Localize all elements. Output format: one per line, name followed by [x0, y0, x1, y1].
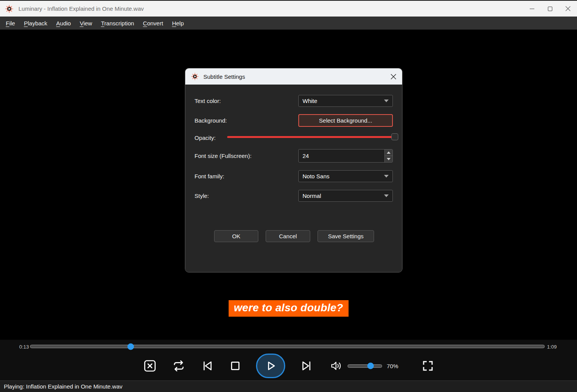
select-background-button[interactable]: Select Background... [298, 114, 393, 127]
opacity-label: Opacity: [195, 134, 216, 142]
menu-playback[interactable]: Playback [24, 20, 47, 27]
dialog-app-icon [191, 73, 199, 80]
ok-button[interactable]: OK [214, 230, 258, 242]
transport-controls: 70% [0, 354, 577, 378]
window-title: Luminary - Inflation Explained in One Mi… [18, 5, 144, 12]
menu-file[interactable]: File [6, 20, 15, 27]
dialog-title-bar: Subtitle Settings [185, 68, 402, 85]
window-controls [523, 1, 577, 17]
cancel-button[interactable]: Cancel [266, 230, 310, 242]
next-track-button[interactable] [299, 359, 313, 373]
style-dropdown[interactable]: Normal [298, 190, 393, 202]
fullscreen-button[interactable] [422, 360, 434, 372]
font-size-value: 24 [299, 149, 384, 162]
subtitle-overlay: were to also double? [228, 300, 348, 317]
status-bar: Playing: Inflation Explained in One Minu… [0, 380, 577, 392]
close-button[interactable] [559, 1, 577, 17]
chevron-down-icon [384, 194, 389, 197]
seek-bar[interactable] [30, 345, 545, 348]
volume-handle[interactable] [367, 363, 374, 369]
current-time: 0:13 [19, 344, 29, 350]
opacity-slider-handle[interactable] [391, 133, 398, 140]
maximize-button[interactable] [541, 1, 559, 17]
save-settings-button[interactable]: Save Settings [318, 230, 374, 242]
stop-button[interactable] [229, 359, 242, 372]
repeat-icon[interactable] [171, 359, 186, 373]
volume-percent: 70% [387, 363, 398, 369]
menu-audio[interactable]: Audio [56, 20, 71, 27]
subtitle-settings-dialog: Subtitle Settings Text color: White Back… [185, 68, 402, 272]
menu-help[interactable]: Help [172, 20, 184, 27]
spinner-up-icon [387, 151, 391, 154]
spinner-down-button[interactable] [385, 156, 392, 162]
spinner-up-button[interactable] [385, 149, 392, 156]
font-family-dropdown[interactable]: Noto Sans [298, 170, 393, 182]
font-family-value: Noto Sans [303, 173, 329, 179]
dialog-close-icon[interactable] [384, 68, 402, 85]
menu-bar: File Playback Audio View Transcription C… [0, 17, 577, 30]
play-button[interactable] [256, 354, 285, 378]
minimize-button[interactable] [523, 1, 541, 17]
text-color-value: White [303, 98, 317, 104]
font-family-label: Font family: [195, 173, 224, 180]
dialog-title: Subtitle Settings [203, 73, 245, 80]
speaker-icon[interactable] [330, 360, 343, 372]
app-logo-icon [5, 5, 13, 13]
previous-track-button[interactable] [201, 359, 215, 373]
style-value: Normal [303, 193, 321, 199]
font-size-label: Font size (Fullscreen): [195, 152, 251, 160]
total-duration: 1:09 [547, 344, 557, 350]
dialog-body: Text color: White Background: Select Bac… [185, 85, 402, 272]
volume-controls: 70% [330, 360, 398, 372]
text-color-label: Text color: [195, 97, 221, 105]
status-text: Playing: Inflation Explained in One Minu… [4, 383, 123, 390]
volume-slider[interactable] [348, 364, 382, 368]
menu-transcription[interactable]: Transcription [101, 20, 134, 27]
app-window: Luminary - Inflation Explained in One Mi… [0, 0, 577, 392]
title-bar: Luminary - Inflation Explained in One Mi… [0, 0, 577, 17]
font-size-spinner[interactable]: 24 [298, 149, 393, 163]
opacity-slider-fill [227, 136, 392, 138]
menu-convert[interactable]: Convert [143, 20, 163, 27]
player-bar: 0:13 1:09 [0, 340, 577, 380]
style-label: Style: [195, 192, 209, 200]
seek-handle[interactable] [127, 343, 134, 350]
opacity-slider[interactable] [227, 136, 392, 138]
close-media-button[interactable] [143, 359, 157, 373]
chevron-down-icon [384, 100, 389, 102]
menu-view[interactable]: View [80, 20, 92, 27]
spinner-down-icon [387, 158, 391, 160]
chevron-down-icon [384, 175, 389, 178]
background-label: Background: [195, 117, 227, 125]
text-color-dropdown[interactable]: White [298, 95, 393, 107]
